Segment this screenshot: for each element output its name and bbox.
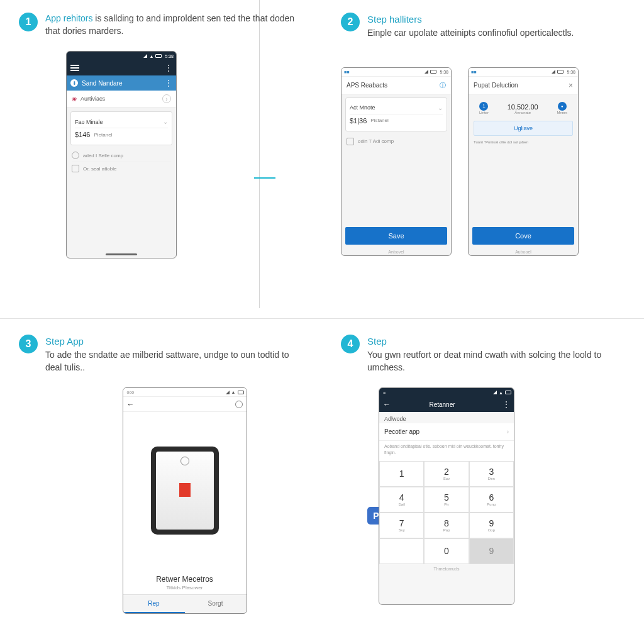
key-5[interactable]: 5Pn [424, 487, 469, 513]
header-title: APS Reabacts [347, 82, 387, 89]
amount-card[interactable]: Fao Minale ⌄ $146 Pietanel [70, 111, 172, 145]
step-2-title: Step halliters [367, 13, 574, 26]
radio-icon[interactable] [72, 152, 79, 159]
field-label: Fao Minale [75, 119, 103, 125]
amount-card[interactable]: Act Mnote ⌄ $1|36 Pistanel [345, 97, 447, 131]
step-1-phone: ▲ 5:38 ⋮ ⬇ Sand Nandare ⋮ ❀ [66, 51, 177, 258]
list-item-sub: Aoband onditapisal otle. soboen mid oin … [379, 441, 514, 461]
battery-icon [557, 70, 564, 74]
list-item-label: Pecotler app [384, 428, 419, 435]
chevron-down-icon[interactable]: ⌄ [438, 104, 443, 111]
expand-icon[interactable]: › [162, 94, 171, 103]
col1-badge: 1 [479, 102, 488, 111]
key-7[interactable]: 7Svy [379, 513, 424, 538]
step-3-header: 3 Step App To ade the sndatte ae milberi… [19, 335, 303, 374]
option-1-label: odin T Adi comp [358, 138, 394, 144]
sub-bar: ⬇ Sand Nandare ⋮ [67, 75, 176, 91]
carrier: ■■ [344, 70, 349, 74]
key-9[interactable]: 9 [469, 538, 514, 564]
signal-icon [226, 391, 230, 394]
header-row: APS Reabacts ⓘ [341, 77, 451, 95]
overflow-icon[interactable]: ⋮ [165, 64, 172, 72]
footer-label: Thmetomuds [379, 564, 514, 574]
step-4-title: Step [367, 335, 625, 348]
save-button[interactable]: Save [345, 227, 447, 245]
option-1[interactable]: odin T Adi comp [347, 135, 446, 148]
footer-label: Anbovel [341, 248, 451, 255]
back-icon[interactable]: ← [383, 400, 391, 409]
calendar-icon [72, 165, 79, 172]
app-bar: ← [123, 397, 247, 412]
back-icon[interactable]: ← [127, 400, 135, 409]
primary-button[interactable]: Cove [472, 227, 574, 245]
wifi-icon: ▲ [499, 391, 503, 395]
amount-sub: Pietanel [94, 132, 112, 138]
field-label: Act Mnote [350, 104, 375, 111]
header-title: Pupat Deluction [474, 82, 518, 89]
clock: 5:38 [165, 54, 174, 58]
secondary-button[interactable]: Ugliave [474, 121, 573, 136]
status-bar: ≡ ▲ [379, 388, 514, 397]
tabs: Rep Sorgt [123, 594, 247, 613]
carrier: ≡ [383, 391, 386, 395]
key-1[interactable]: 1 [379, 461, 424, 487]
info-icon[interactable]: ⓘ [440, 81, 446, 90]
step-1-badge: 1 [19, 13, 38, 31]
key-6[interactable]: 6Punp [469, 487, 514, 513]
wifi-icon: ▲ [231, 390, 236, 394]
signal-icon [425, 70, 428, 74]
section-title: Adlwode [379, 412, 514, 423]
step-2-badge: 2 [341, 13, 360, 31]
sub-overflow-icon[interactable]: ⋮ [165, 79, 172, 87]
step-2-phone-a: ■■ 5:38 APS Reabacts ⓘ Act Mnote ⌄ [341, 67, 452, 256]
chevron-down-icon[interactable]: ⌄ [163, 118, 168, 125]
step-1-lead: App rehitors [45, 13, 92, 23]
menu-icon[interactable] [70, 65, 79, 71]
battery-icon [430, 70, 436, 74]
key-3[interactable]: 3Den [469, 461, 514, 487]
carrier: ■■ [471, 70, 476, 74]
amount-value: 10,502.00 [508, 103, 538, 111]
amount-sub: Pistanel [370, 118, 388, 123]
col3-sub: Mners [557, 111, 567, 114]
sensor-icon [180, 457, 189, 465]
tab-2[interactable]: Sorgt [185, 595, 247, 613]
list-item[interactable]: Pecotler app › [379, 423, 514, 441]
option-1[interactable]: aded I Selle comp [72, 149, 171, 162]
app-bar: ← Retanner ⋮ [379, 397, 514, 412]
activities-row[interactable]: ❀ Aurtiviacs › [67, 91, 176, 108]
signal-icon [552, 70, 555, 74]
close-icon[interactable]: × [569, 81, 573, 90]
tab-1[interactable]: Rep [123, 595, 185, 613]
flame-icon: ❀ [72, 96, 77, 103]
app-bar-title: Retanner [394, 401, 499, 408]
keypad: 12Sov3Den4Dail5Pn6Punp7Svy8Pap9Oop09 [379, 461, 514, 564]
app-bar: ⋮ [67, 60, 176, 75]
col1-sub: Linter [479, 111, 489, 114]
option-1-label: aded I Selle comp [83, 153, 123, 158]
key-8[interactable]: 8Pap [424, 513, 469, 538]
amount-summary: 1 Linter 10,502.00 Annonate ● Mners [469, 95, 578, 118]
step-4-header: 4 Step You gwn reutfort or deat mind cwa… [341, 335, 625, 374]
header-row: Pupat Deluction × [469, 77, 578, 95]
signal-icon [493, 391, 497, 394]
key-2[interactable]: 2Sov [424, 461, 469, 487]
step-1-header: 1 App rehitors is sallding to and improl… [19, 13, 303, 37]
overflow-icon[interactable]: ⋮ [502, 400, 510, 409]
step-2-desc: Einple car upolate atteinipts confinofiu… [367, 27, 574, 40]
step-3-badge: 3 [19, 335, 38, 353]
key-0[interactable]: 0 [424, 538, 469, 564]
device-name: Retwer Mecetros [123, 575, 247, 584]
battery-icon [155, 54, 162, 58]
option-2[interactable]: Or, seal atioble [72, 162, 171, 175]
wifi-icon: ▲ [149, 54, 153, 58]
step-4-badge: 4 [341, 335, 360, 353]
chevron-right-icon: › [507, 428, 509, 435]
key-9[interactable]: 9Oop [469, 513, 514, 538]
app-icon: ⬇ [70, 79, 78, 87]
battery-icon [238, 391, 244, 394]
action-icon[interactable] [235, 401, 243, 408]
step-3-phone: ooo ▲ ← [123, 387, 247, 614]
step-4-desc: You gwn reutfort or deat mind cwath with… [367, 349, 625, 374]
key-4[interactable]: 4Dail [379, 487, 424, 513]
